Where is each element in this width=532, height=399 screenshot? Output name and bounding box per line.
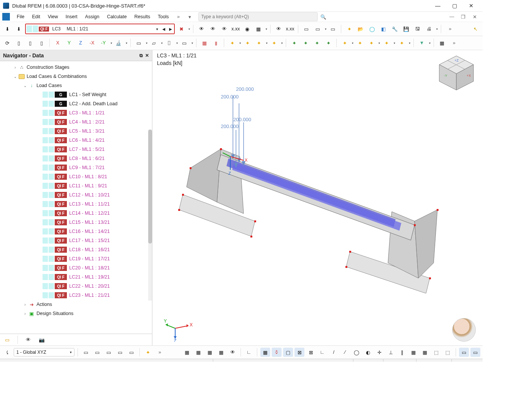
- loadcase-item[interactable]: QI FLC12 - ML1 : 10/21: [1, 190, 151, 200]
- layer1-icon[interactable]: ▭: [134, 38, 144, 48]
- lc-prev-button[interactable]: ◀: [160, 27, 167, 31]
- bottombar-overflow-icon[interactable]: »: [157, 349, 163, 356]
- bt2-icon[interactable]: ▭: [92, 348, 102, 357]
- loadcase-item[interactable]: QI FLC20 - ML1 : 18/21: [1, 263, 151, 272]
- osnap9-icon[interactable]: ◐: [363, 348, 373, 357]
- snap3-icon[interactable]: ▦: [205, 348, 215, 357]
- loadcase-item[interactable]: QI FLC16 - ML1 : 14/21: [1, 227, 151, 236]
- loadcase-item[interactable]: QI FLC5 - ML1 : 3/21: [1, 127, 151, 136]
- node-load-cases-combinations[interactable]: ⌄ Load Cases & Combinations: [1, 72, 151, 81]
- spark3-icon[interactable]: ✦: [254, 38, 264, 48]
- doc1-icon[interactable]: ▭: [301, 24, 311, 33]
- osnap3-icon[interactable]: ⊠: [294, 348, 304, 357]
- loadcase-item[interactable]: QI FLC18 - ML1 : 16/21: [1, 245, 151, 254]
- menu-assign[interactable]: Assign: [81, 13, 103, 21]
- spark4-icon[interactable]: ✦: [269, 38, 279, 48]
- menu-overflow-icon[interactable]: »: [175, 13, 182, 20]
- osnap17-icon[interactable]: ▭: [459, 348, 469, 357]
- cs-icon[interactable]: ⤹: [2, 348, 12, 357]
- star-new-icon[interactable]: ✦: [344, 24, 354, 33]
- snap2-icon[interactable]: ▦: [193, 348, 203, 357]
- menu-calculate[interactable]: Calculate: [103, 13, 130, 21]
- delete-icon[interactable]: ✖: [176, 24, 186, 33]
- scrollbar-thumb[interactable]: [148, 130, 152, 244]
- filter-icon[interactable]: ▼: [417, 38, 427, 48]
- box1-icon[interactable]: ▯: [14, 38, 24, 48]
- lc-dropdown-icon[interactable]: ▾: [154, 27, 160, 31]
- loadcase-item[interactable]: QI FLC14 - ML1 : 12/21: [1, 209, 151, 218]
- cursor-icon[interactable]: ↖: [470, 24, 480, 33]
- loadcase-item[interactable]: QI FLC19 - ML1 : 17/21: [1, 254, 151, 263]
- osnap11-icon[interactable]: ⊥: [386, 348, 396, 357]
- box2-icon[interactable]: ▯: [25, 38, 35, 48]
- viewport-3d[interactable]: LC3 - ML1 : 1/21 Loads [kN] 200.000 200.…: [152, 50, 483, 345]
- eye2-icon[interactable]: 👁: [208, 24, 218, 33]
- menu-results[interactable]: Results: [131, 13, 154, 21]
- sub-close-icon[interactable]: ✕: [471, 13, 478, 20]
- search-icon[interactable]: 🔍: [320, 13, 327, 20]
- search-input[interactable]: [198, 12, 318, 21]
- maximize-button[interactable]: ▢: [446, 0, 463, 11]
- axis-x-icon[interactable]: X: [53, 38, 63, 48]
- bt3-icon[interactable]: ▭: [104, 348, 114, 357]
- tree4-icon[interactable]: ✦: [323, 38, 333, 48]
- minimize-button[interactable]: —: [429, 0, 446, 11]
- nav-tab-camera-icon[interactable]: 📷: [37, 335, 47, 344]
- osnap1-icon[interactable]: ▦: [260, 348, 270, 357]
- menu-insert[interactable]: Insert: [62, 13, 81, 21]
- cube-blue-icon[interactable]: ◧: [378, 24, 388, 33]
- gold5-icon[interactable]: ✦: [397, 38, 407, 48]
- close-button[interactable]: ✕: [463, 0, 480, 11]
- osnap16-icon[interactable]: ⬚: [443, 348, 453, 357]
- osnap7-icon[interactable]: ⁄: [340, 348, 350, 357]
- sub-minimize-icon[interactable]: —: [448, 13, 455, 20]
- spark1-icon[interactable]: ✦: [227, 38, 237, 48]
- osnap10-icon[interactable]: ✛: [374, 348, 384, 357]
- menu-view[interactable]: View: [44, 13, 62, 21]
- eye4-icon[interactable]: 👁: [274, 24, 283, 33]
- osnap6-icon[interactable]: /: [329, 348, 339, 357]
- axis-z-icon[interactable]: Z: [76, 38, 86, 48]
- eye3-icon[interactable]: 👁: [219, 24, 229, 33]
- menu-file[interactable]: File: [13, 13, 28, 21]
- axis-y-icon[interactable]: Y: [64, 38, 74, 48]
- eye-xxx-icon[interactable]: x.xx: [231, 24, 241, 33]
- loadcase-item[interactable]: QI FLC8 - ML1 : 6/21: [1, 154, 151, 163]
- bt5-icon[interactable]: ▭: [127, 348, 136, 357]
- loadcase-item[interactable]: QI FLC22 - ML1 : 20/21: [1, 282, 151, 291]
- loadcase-item-g[interactable]: GLC2 - Add. Death Load: [1, 99, 151, 108]
- mesh2-icon[interactable]: ▮: [211, 38, 221, 48]
- navigator-close-icon[interactable]: ✕: [145, 53, 149, 58]
- tree3-icon[interactable]: ✦: [312, 38, 322, 48]
- axis-ny-icon[interactable]: -Y: [98, 38, 108, 48]
- layer4-icon[interactable]: ▭: [179, 38, 189, 48]
- wrench-icon[interactable]: 🔧: [390, 24, 400, 33]
- tree2-icon[interactable]: ✦: [301, 38, 310, 48]
- osnap5-icon[interactable]: ∟: [317, 348, 327, 357]
- bt4-icon[interactable]: ▭: [115, 348, 125, 357]
- spark2-icon[interactable]: ✦: [242, 38, 252, 48]
- loadcase-item[interactable]: QI FLC9 - ML1 : 7/21: [1, 163, 151, 172]
- doc3-icon[interactable]: ▭: [328, 24, 338, 33]
- toolbar-overflow2-icon[interactable]: »: [451, 40, 458, 46]
- node-actions[interactable]: ›➜ Actions: [1, 300, 151, 309]
- loadcase-item[interactable]: QI FLC6 - ML1 : 4/21: [1, 136, 151, 145]
- node-load-cases[interactable]: ⌄↓ Load Cases: [1, 81, 151, 90]
- loadcase-item[interactable]: QI FLC4 - ML1 : 2/21: [1, 117, 151, 127]
- menu-edit[interactable]: Edit: [28, 13, 44, 21]
- navigator-tree[interactable]: ›⛬ Construction Stages ⌄ Load Cases & Co…: [0, 61, 152, 334]
- loadcase-selector[interactable]: QI F LC3 ML1 : 1/21 ▾ ◀ ▶: [25, 24, 175, 34]
- toolbar-overflow1-icon[interactable]: »: [446, 25, 453, 32]
- disk-icon[interactable]: 💾: [401, 24, 411, 33]
- loadcase-item[interactable]: QI FLC17 - ML1 : 15/21: [1, 236, 151, 245]
- osnap12-icon[interactable]: ∥: [397, 348, 407, 357]
- loadcase-item-g[interactable]: GLC1 - Self Weight: [1, 90, 151, 99]
- loadcase-item[interactable]: QI FLC10 - ML1 : 8/21: [1, 172, 151, 181]
- loadcase-item[interactable]: QI FLC7 - ML1 : 5/21: [1, 145, 151, 154]
- layer2-icon[interactable]: ▱: [149, 38, 159, 48]
- nav-tab-eye-icon[interactable]: 👁: [23, 335, 33, 344]
- osnap14-icon[interactable]: ▦: [420, 348, 430, 357]
- layer3-icon[interactable]: ⌷: [164, 38, 174, 48]
- snap4-icon[interactable]: ▦: [216, 348, 226, 357]
- tool-down1-icon[interactable]: ⬇: [2, 24, 12, 33]
